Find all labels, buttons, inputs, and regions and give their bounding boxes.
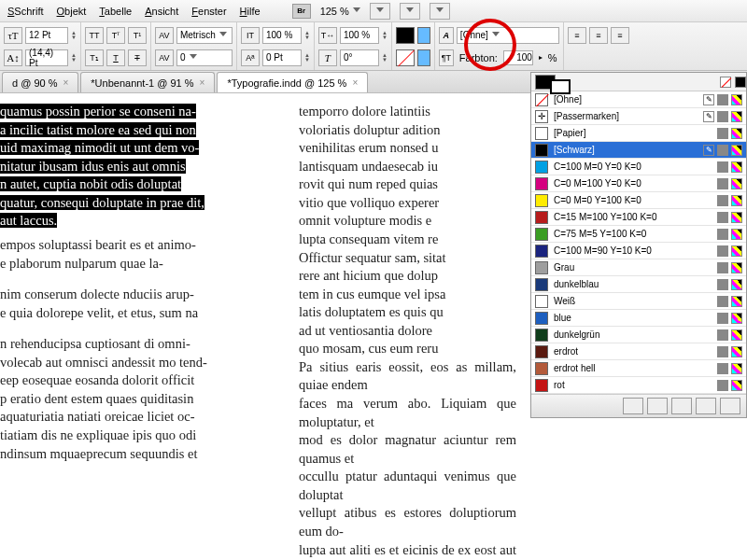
swatch-row[interactable]: dunkelblau xyxy=(531,276,746,293)
formatting-text-icon[interactable] xyxy=(720,77,731,88)
swatch-chip xyxy=(535,211,548,224)
selected-text: quamus possin perior se conseni na- a in… xyxy=(0,104,204,228)
swatch-name: C=0 M=0 Y=100 K=0 xyxy=(554,195,712,205)
smallcaps-button[interactable]: Tᵀ xyxy=(106,27,125,44)
menu-schrift[interactable]: SSchrift xyxy=(7,6,44,17)
strikethrough-button[interactable]: T xyxy=(128,49,147,66)
new-swatch-button[interactable] xyxy=(696,398,716,414)
swatch-name: C=15 M=100 Y=100 K=0 xyxy=(554,212,712,222)
stroke-color-button[interactable] xyxy=(396,49,415,66)
swatch-row[interactable]: [Schwarz]✎ xyxy=(531,142,746,159)
allcaps-button[interactable]: TT xyxy=(85,27,104,44)
tint-arrow[interactable]: ▸ xyxy=(539,53,543,62)
colortype-icon xyxy=(717,178,728,189)
text-column-2[interactable]: temporro dolore latintiis voloriatis dol… xyxy=(299,93,528,560)
swatch-row[interactable]: Weiß xyxy=(531,293,746,310)
colormode-icon xyxy=(731,145,742,156)
align-center-button[interactable]: ≡ xyxy=(589,27,608,44)
tab-doc-2[interactable]: *Typografie.indd @ 125 %× xyxy=(217,72,368,92)
swatch-row[interactable]: C=15 M=100 Y=100 K=0 xyxy=(531,209,746,226)
hscale-icon: T↔ xyxy=(318,27,337,44)
tracking-icon: AV xyxy=(155,49,174,66)
skew-input[interactable]: 0° xyxy=(340,49,379,66)
swatch-name: Weiß xyxy=(554,296,712,306)
swatch-row[interactable]: rot xyxy=(531,377,746,394)
swatch-name: [Ohne] xyxy=(554,94,698,105)
menu-tabelle[interactable]: Tabelle xyxy=(99,6,132,17)
swatch-row[interactable]: [Papier] xyxy=(531,125,746,142)
font-size-input[interactable]: 12 Pt xyxy=(25,27,68,44)
swatch-row[interactable]: erdrot hell xyxy=(531,360,746,377)
superscript-button[interactable]: T¹ xyxy=(128,27,147,44)
colormode-icon xyxy=(731,363,742,374)
align-right-button[interactable]: ≡ xyxy=(611,27,629,44)
zoom-select[interactable]: 125 % xyxy=(320,6,360,17)
fill-color-arrow[interactable] xyxy=(417,27,430,44)
bridge-icon[interactable]: Br xyxy=(292,4,311,19)
tab-doc-0[interactable]: d @ 90 %× xyxy=(2,72,78,92)
swatch-row[interactable]: C=0 M=0 Y=100 K=0 xyxy=(531,192,746,209)
close-icon[interactable]: × xyxy=(352,77,358,88)
colormode-icon xyxy=(731,111,742,122)
menu-fenster[interactable]: Fenster xyxy=(191,6,226,17)
swatch-name: C=0 M=100 Y=0 K=0 xyxy=(554,178,712,189)
screen-mode-icon[interactable] xyxy=(370,3,390,20)
swatch-row[interactable]: [Ohne]✎ xyxy=(531,91,746,108)
arrange-icon[interactable] xyxy=(400,3,420,20)
close-icon[interactable]: × xyxy=(200,77,205,88)
skew-icon: T xyxy=(318,49,337,66)
swatch-name: Grau xyxy=(554,262,712,273)
vscale-input[interactable]: 100 % xyxy=(262,27,302,44)
formatting-container-icon[interactable] xyxy=(735,77,746,88)
colortype-icon xyxy=(717,313,728,324)
swatch-row[interactable]: C=0 M=100 Y=0 K=0 xyxy=(531,175,746,192)
baseline-input[interactable]: 0 Pt xyxy=(262,49,302,66)
show-all-button[interactable] xyxy=(623,398,643,414)
swatch-name: rot xyxy=(554,380,712,390)
colormode-icon xyxy=(731,296,742,307)
swatch-row[interactable]: erdrot xyxy=(531,343,746,360)
swatch-fill-stroke[interactable] xyxy=(531,73,746,91)
show-gradient-button[interactable] xyxy=(671,398,692,414)
swatch-row[interactable]: C=100 M=0 Y=0 K=0 xyxy=(531,159,746,175)
swatch-list[interactable]: [Ohne]✎[Passermarken]✎[Papier][Schwarz]✎… xyxy=(531,91,746,395)
tint-input[interactable] xyxy=(503,50,533,65)
tab-doc-1[interactable]: *Unbenannt-1 @ 91 %× xyxy=(80,72,215,92)
subscript-button[interactable]: T₁ xyxy=(85,49,104,66)
underline-button[interactable]: T xyxy=(106,49,125,66)
show-color-button[interactable] xyxy=(647,398,668,414)
swatch-row[interactable]: blue xyxy=(531,310,746,327)
fill-color-button[interactable] xyxy=(396,27,415,44)
menu-ansicht[interactable]: Ansicht xyxy=(145,6,178,17)
stroke-proxy[interactable] xyxy=(550,79,571,94)
swatch-name: [Passermarken] xyxy=(554,111,698,121)
tracking-select[interactable]: 0 xyxy=(176,49,233,66)
stroke-color-arrow[interactable] xyxy=(417,49,430,66)
workspace-icon[interactable] xyxy=(430,3,450,20)
delete-swatch-button[interactable] xyxy=(720,398,740,414)
font-size-stepper[interactable]: ▲▼ xyxy=(71,31,77,40)
swatch-row[interactable]: C=100 M=90 Y=10 K=0 xyxy=(531,243,746,259)
swatch-row[interactable]: [Passermarken]✎ xyxy=(531,108,746,125)
colortype-icon xyxy=(717,245,728,257)
swatch-row[interactable]: Grau xyxy=(531,259,746,276)
hscale-input[interactable]: 100 % xyxy=(340,27,379,44)
swatch-row[interactable]: C=75 M=5 Y=100 K=0 xyxy=(531,226,746,243)
align-left-button[interactable]: ≡ xyxy=(568,27,586,44)
swatch-footer xyxy=(531,395,746,417)
locked-icon: ✎ xyxy=(703,94,714,105)
menu-hilfe[interactable]: Hilfe xyxy=(240,6,261,17)
charstyle-select[interactable]: [Ohne] xyxy=(457,27,559,44)
kerning-icon: AV xyxy=(155,27,174,44)
leading-stepper[interactable]: ▲▼ xyxy=(71,53,77,63)
close-icon[interactable]: × xyxy=(63,77,68,88)
kerning-select[interactable]: Metrisch xyxy=(176,27,233,44)
swatch-row[interactable]: dunkelgrün xyxy=(531,327,746,343)
colortype-icon xyxy=(717,380,728,391)
menu-objekt[interactable]: Objekt xyxy=(57,6,87,17)
colormode-icon xyxy=(731,178,742,189)
lang-icon: ¶T xyxy=(439,49,454,66)
text-column-1[interactable]: quamus possin perior se conseni na- a in… xyxy=(0,93,299,560)
swatch-chip xyxy=(535,194,548,207)
leading-input[interactable]: (14,4) Pt xyxy=(25,49,68,66)
